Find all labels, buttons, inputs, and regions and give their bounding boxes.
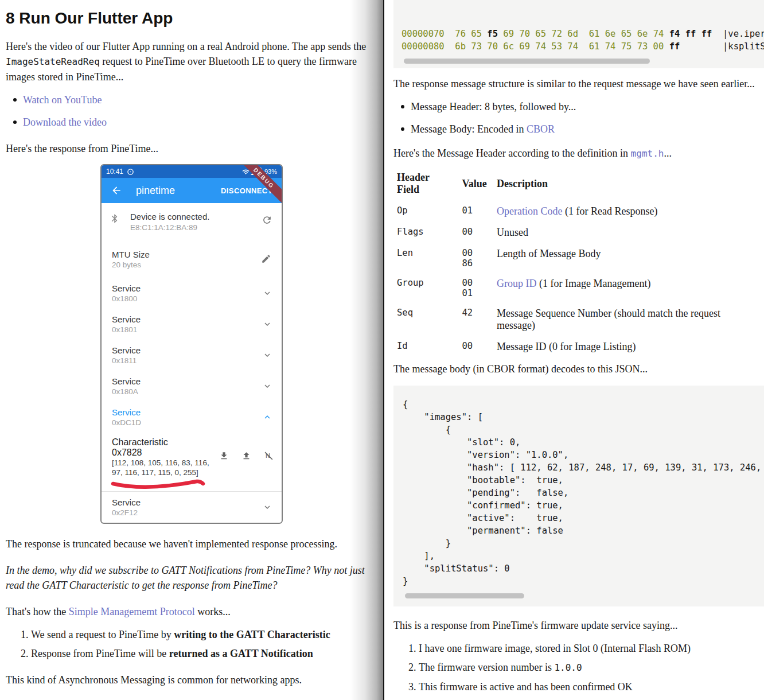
horizontal-scrollbar[interactable] (404, 59, 764, 64)
edit-pencil-icon[interactable] (261, 254, 271, 264)
service-uuid: 0xDC1D (112, 418, 271, 427)
service-uuid: 0x1801 (112, 325, 271, 335)
inline-code: 1.0.0 (554, 662, 582, 673)
download-video-link[interactable]: Download the video (23, 116, 107, 128)
mtu-row: MTU Size 20 bytes (102, 240, 282, 278)
service-row-0x180A[interactable]: Service0x180A (102, 371, 282, 402)
col-header-field: Header Field (396, 169, 461, 201)
service-label: Service (112, 345, 271, 356)
bold-text: writing to the GATT Characteristic (174, 629, 330, 640)
watch-on-youtube-link[interactable]: Watch on YouTube (23, 94, 102, 106)
disconnect-button[interactable]: DISCONNECT (221, 186, 272, 195)
list-item: This firmware is active and has been con… (419, 679, 764, 694)
notifications-off-icon[interactable]: N (264, 451, 274, 461)
truncated-note-paragraph: The response is truncated because we hav… (6, 536, 377, 551)
json-code-block[interactable]: { "images": [ { "slot": 0, "version": "1… (393, 386, 764, 606)
header-field-cell: Group (396, 274, 461, 304)
col-header-value: Value (461, 169, 496, 201)
refresh-icon[interactable] (262, 215, 272, 233)
service-uuid: 0x1811 (112, 356, 271, 365)
value-cell: 00 01 (461, 274, 496, 304)
service-row-0x1811[interactable]: Service0x1811 (102, 340, 282, 371)
list-item: We send a request to PineTime by writing… (31, 627, 377, 642)
json-line: "bootable": true, (403, 474, 764, 487)
device-status: Device is connected. (130, 211, 262, 223)
characteristic-row: Characteristic 0x7828 [112, 108, 105, 11… (102, 433, 282, 491)
chevron-down-icon[interactable] (262, 502, 272, 512)
hexdump-line: 00000080 6b 73 70 6c 69 74 53 74 61 74 7… (402, 40, 764, 53)
json-line: "pending": false, (403, 487, 764, 499)
description-cell: Group ID (1 for Image Management) (496, 274, 764, 304)
device-address: E8:C1:1A:12:BA:89 (130, 223, 262, 233)
header-field-cell: Flags (396, 223, 461, 244)
mtu-label: MTU Size (112, 249, 271, 260)
message-header-table: Header Field Value Description Op01Opera… (396, 169, 764, 358)
json-line: { (403, 398, 764, 411)
smp-paragraph: That's how the Simple Managememt Protoco… (6, 604, 377, 619)
value-cell: 00 86 (461, 244, 496, 274)
app-title: pinetime (136, 185, 221, 197)
horizontal-scrollbar[interactable] (405, 593, 764, 598)
list-item: The firmware version number is 1.0.0 (419, 660, 764, 675)
chevron-down-icon[interactable] (262, 288, 272, 298)
chevron-down-icon[interactable] (262, 350, 272, 360)
characteristic-label: Characteristic (112, 437, 271, 448)
chevron-up-icon[interactable] (262, 412, 272, 422)
service-row-0xDC1D[interactable]: Service 0xDC1D (102, 402, 282, 433)
service-row-0x1801[interactable]: Service0x1801 (102, 309, 282, 340)
back-arrow-icon[interactable] (111, 185, 122, 196)
scrollbar-thumb[interactable] (405, 593, 524, 598)
service-label: Service (112, 314, 271, 325)
hexdump-block-continued[interactable]: 00000070 76 65 f5 69 70 65 72 6d 61 6e 6… (393, 0, 764, 68)
json-line: "permanent": false (403, 524, 764, 537)
upload-icon[interactable] (241, 451, 251, 461)
value-cell: 42 (461, 304, 496, 337)
text-link[interactable]: Operation Code (497, 205, 562, 217)
firmware-facts-list: I have one firmware image, stored in Slo… (393, 641, 764, 694)
text-link[interactable]: Simple Managememt Protocol (69, 606, 195, 617)
data-saver-icon (127, 168, 134, 176)
text-link[interactable]: Group ID (497, 278, 537, 289)
article-heading: 8 Run Our Flutter App (6, 9, 377, 28)
value-cell: 00 (461, 223, 496, 244)
chevron-down-icon[interactable] (262, 381, 272, 391)
table-row: Id00Message ID (0 for Image Listing) (396, 337, 764, 358)
description-cell: Operation Code (1 for Read Response) (496, 201, 764, 223)
table-row: Seq42Message Sequence Number (should mat… (396, 304, 764, 337)
smp-steps-list: We send a request to PineTime by writing… (6, 627, 377, 661)
table-row: Group00 01Group ID (1 for Image Manageme… (396, 274, 764, 304)
service-uuid: 0x180A (112, 387, 271, 396)
service-uuid: 0x1800 (112, 294, 271, 304)
description-cell: Length of Message Body (496, 244, 764, 274)
value-cell: 00 (461, 337, 496, 358)
json-line: } (403, 537, 764, 550)
json-line: "active": true, (403, 512, 764, 524)
right-page: 00000070 76 65 f5 69 70 65 72 6d 61 6e 6… (383, 0, 764, 700)
text-link[interactable]: CBOR (527, 123, 555, 135)
chevron-down-icon[interactable] (262, 319, 272, 329)
service-row-0x1800[interactable]: Service0x1800 (102, 278, 282, 309)
message-structure-list: Message Header: 8 bytes, followed by...M… (393, 99, 764, 137)
service-row-0x2F12[interactable]: Service 0x2F12 (102, 492, 282, 523)
header-field-cell: Seq (396, 304, 461, 337)
list-item: Message Body: Encoded in CBOR (411, 122, 764, 137)
col-header-description: Description (496, 169, 764, 201)
download-icon[interactable] (219, 451, 229, 461)
bluetooth-icon (110, 213, 120, 233)
hexdump-line: 00000070 76 65 f5 69 70 65 72 6d 61 6e 6… (402, 28, 764, 40)
table-row: Len00 86Length of Message Body (396, 244, 764, 274)
json-line: ], (403, 550, 764, 562)
scrollbar-thumb[interactable] (404, 59, 650, 64)
inline-code: ImageStateReadReq (6, 56, 100, 67)
bold-text: returned as a GATT Notification (169, 648, 313, 659)
service-label: Service (112, 376, 271, 387)
header-field-cell: Op (396, 201, 461, 223)
description-cell: Unused (496, 223, 764, 244)
code-link[interactable]: mgmt.h (631, 148, 664, 159)
status-time: 10:41 (106, 168, 123, 176)
phone-screenshot: DEBUG 10:41 93% pinetime DISCONNECT Devi… (100, 164, 283, 524)
service-uuid: 0x2F12 (112, 508, 271, 518)
json-line: { (403, 423, 764, 436)
service-label: Service (112, 407, 271, 418)
video-links-list: Watch on YouTube Download the video (6, 92, 377, 130)
